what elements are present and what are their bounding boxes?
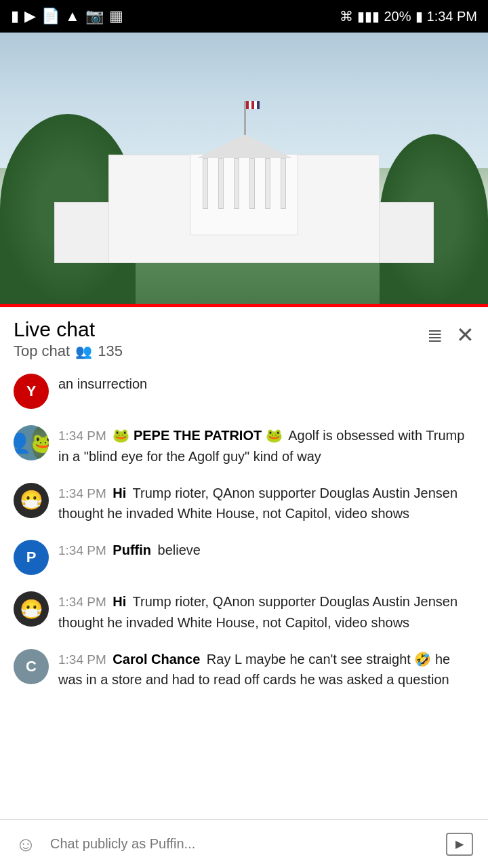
battery-percent: 20%	[384, 9, 411, 24]
chat-panel: Live chat Top chat 👥 135 ≣ ✕ Y an insurr…	[0, 307, 488, 705]
status-bar: ▮ ▶ 📄 ▲ 📷 ▦ ⌘ ▮▮▮ 20% ▮ 1:34 PM	[0, 0, 488, 33]
message-content: 1:34 PM Hi Trump rioter, QAnon supporter…	[58, 591, 474, 633]
message-time: 1:34 PM	[58, 486, 106, 500]
wifi-icon: ⌘	[340, 8, 353, 24]
message-content: 1:34 PM Carol Chance Ray L maybe he can'…	[58, 649, 474, 690]
avatar: C	[14, 649, 49, 684]
message-content: 1:34 PM Hi Trump rioter, QAnon supporter…	[58, 483, 474, 524]
message-author: Hi	[113, 486, 126, 500]
chat-controls: ≣ ✕	[427, 318, 474, 348]
image-icon: 📷	[85, 7, 104, 25]
alert-icon: ▲	[65, 7, 80, 25]
file-icon: 📄	[41, 7, 60, 25]
message-text: believe	[158, 542, 201, 557]
message-content: an insurrection	[58, 374, 474, 394]
chat-message: 😷 1:34 PM Hi Trump rioter, QAnon support…	[0, 475, 488, 532]
message-time: 1:34 PM	[58, 429, 106, 443]
avatar: P	[14, 540, 49, 575]
message-content: 1:34 PM 🐸 PEPE THE PATRIOT 🐸 Agolf is ob…	[58, 425, 474, 467]
message-content: 1:34 PM Puffin believe	[58, 540, 474, 561]
message-author: Hi	[113, 594, 126, 609]
top-chat-label[interactable]: Top chat	[14, 342, 70, 360]
clock: 1:34 PM	[427, 9, 477, 24]
chat-message: 😷 1:34 PM Hi Trump rioter, QAnon support…	[0, 583, 488, 641]
send-icon: ▶	[446, 833, 473, 856]
chat-messages-list: Y an insurrection 🐸 1:34 PM 🐸 PEPE THE P…	[0, 366, 488, 705]
white-house-building	[54, 100, 434, 263]
chat-message: C 1:34 PM Carol Chance Ray L maybe he ca…	[0, 641, 488, 698]
chat-header-left: Live chat Top chat 👥 135	[14, 318, 123, 360]
viewers-icon: 👥	[75, 343, 92, 359]
chat-message: Y an insurrection	[0, 366, 488, 417]
signal-icon: ▮▮▮	[357, 8, 380, 24]
avatar: 😷	[14, 591, 49, 627]
close-icon[interactable]: ✕	[456, 322, 474, 348]
status-icons-right: ⌘ ▮▮▮ 20% ▮ 1:34 PM	[340, 8, 477, 24]
chat-subtitle: Top chat 👥 135	[14, 342, 123, 360]
message-author: Puffin	[113, 542, 151, 557]
battery-icon: ▮	[415, 8, 423, 24]
message-time: 1:34 PM	[58, 543, 106, 557]
chat-message: P 1:34 PM Puffin believe	[0, 532, 488, 583]
grid-icon: ▦	[109, 7, 123, 25]
avatar: 😷	[14, 483, 49, 518]
m-icon: ▮	[11, 7, 19, 25]
message-author: 🐸 PEPE THE PATRIOT 🐸	[113, 428, 282, 443]
filter-icon[interactable]: ≣	[427, 324, 443, 347]
chat-input[interactable]	[50, 829, 432, 859]
message-text: an insurrection	[58, 376, 147, 391]
emoji-button[interactable]: ☺	[11, 829, 41, 859]
play-icon: ▶	[24, 7, 36, 25]
status-icons-left: ▮ ▶ 📄 ▲ 📷 ▦	[11, 7, 123, 25]
chat-header: Live chat Top chat 👥 135 ≣ ✕	[0, 307, 488, 366]
video-player[interactable]	[0, 33, 488, 304]
send-button[interactable]: ▶	[442, 829, 477, 859]
message-author: Carol Chance	[113, 652, 200, 667]
chat-title: Live chat	[14, 318, 123, 341]
message-time: 1:34 PM	[58, 652, 106, 667]
avatar: Y	[14, 374, 49, 409]
avatar: 🐸	[14, 425, 49, 460]
chat-message: 🐸 1:34 PM 🐸 PEPE THE PATRIOT 🐸 Agolf is …	[0, 417, 488, 475]
chat-input-bar: ☺ ▶	[0, 819, 488, 868]
message-time: 1:34 PM	[58, 595, 106, 609]
viewer-count: 135	[98, 342, 123, 360]
